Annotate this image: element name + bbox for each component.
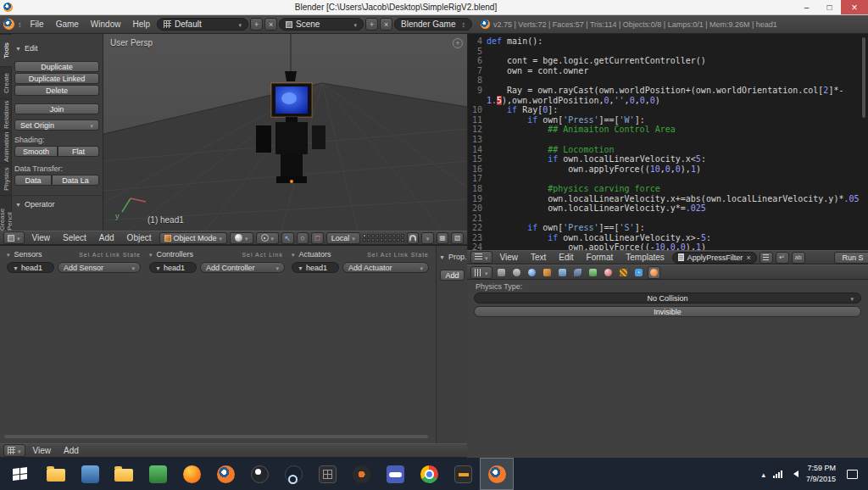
manipulator-rotate-button[interactable]: ○ [297, 232, 309, 244]
taskbar-app-window[interactable] [73, 458, 107, 490]
viewport-menu-select[interactable]: Select [58, 233, 92, 242]
text-menu-view[interactable]: View [495, 253, 524, 262]
viewport-shading-dropdown[interactable] [230, 232, 253, 244]
shade-smooth-button[interactable]: Smooth [14, 146, 58, 157]
tab-texture-icon[interactable] [617, 266, 630, 279]
add-scene-button[interactable] [365, 18, 378, 31]
taskbar-app-dark[interactable] [344, 458, 378, 490]
logic-menu-view[interactable]: View [28, 446, 57, 455]
window-titlebar[interactable]: Blender [C:\Users\Jacob\Desktop\SimpleRi… [0, 0, 868, 15]
tab-modifiers-icon[interactable] [571, 266, 584, 279]
close-button[interactable] [841, 0, 868, 14]
operator-panel-header[interactable]: Operator [15, 200, 54, 209]
network-icon[interactable] [773, 471, 782, 478]
layers-widget[interactable] [363, 234, 404, 242]
delete-button[interactable]: Delete [14, 85, 99, 96]
toggle-line-numbers-button[interactable] [760, 252, 773, 264]
viewport-menu-object[interactable]: Object [122, 233, 157, 242]
opengl-render-button[interactable]: ▦ [437, 232, 449, 244]
toggle-syntax-highlight-button[interactable]: ab [792, 252, 805, 264]
text-scrollbar-vertical[interactable] [862, 37, 865, 118]
tab-data-icon[interactable] [587, 266, 599, 279]
screen-layout-selector[interactable]: Default [157, 18, 248, 31]
tab-world-icon[interactable] [526, 266, 538, 279]
sensors-object-name[interactable]: head1 [7, 262, 54, 273]
scene-selector[interactable]: Scene [279, 18, 364, 31]
unlink-datablock-icon[interactable] [746, 253, 750, 262]
edit-panel-header[interactable]: Edit [15, 44, 37, 53]
taskbar-file-explorer[interactable] [39, 458, 73, 490]
text-menu-edit[interactable]: Edit [554, 253, 578, 262]
editor-type-selector-text[interactable] [470, 251, 492, 264]
clock[interactable]: 7:59 PM 7/9/2015 [806, 463, 836, 484]
shelf-tab-grease-pencil[interactable]: Grease Pencil [0, 195, 12, 231]
mode-dropdown[interactable]: Object Mode [159, 232, 228, 244]
minimize-button[interactable] [795, 0, 818, 14]
taskbar-app-green[interactable] [141, 458, 175, 490]
taskbar-obs[interactable] [242, 458, 276, 490]
run-script-button[interactable]: Run S [834, 252, 868, 264]
start-button[interactable] [0, 458, 39, 490]
menu-help[interactable]: Help [127, 19, 155, 29]
add-actuator-dropdown[interactable]: Add Actuator [342, 262, 429, 273]
shelf-tab-tools[interactable]: Tools [0, 34, 12, 66]
pivot-center-dropdown[interactable] [256, 232, 280, 244]
menu-file[interactable]: File [25, 19, 49, 29]
duplicate-linked-button[interactable]: Duplicate Linked [14, 73, 99, 84]
taskbar-blender[interactable] [209, 458, 242, 490]
delete-layout-button[interactable] [264, 18, 277, 31]
tab-material-icon[interactable] [602, 266, 615, 279]
viewport-3d[interactable]: User Persp y (1) head1 [103, 34, 467, 231]
opengl-render-anim-button[interactable]: ▧ [451, 232, 464, 244]
header-collapse-icon[interactable] [18, 19, 22, 29]
join-button[interactable]: Join [14, 103, 99, 114]
viewport-menu-add[interactable]: Add [94, 233, 120, 242]
actuators-object-name[interactable]: head1 [292, 262, 339, 273]
toggle-word-wrap-button[interactable]: ↵ [776, 252, 789, 264]
menu-game[interactable]: Game [51, 19, 84, 29]
volume-icon[interactable] [790, 471, 798, 477]
viewport-menu-view[interactable]: View [27, 233, 56, 242]
taskbar-chrome[interactable] [412, 458, 446, 490]
tab-scene-icon[interactable] [510, 266, 523, 279]
duplicate-button[interactable]: Duplicate [14, 61, 99, 72]
engine-selector[interactable]: Blender Game [394, 18, 472, 31]
data-transfer-data-button[interactable]: Data [14, 175, 52, 186]
invisible-toggle-button[interactable]: Invisible [474, 306, 861, 317]
manipulator-translate-button[interactable]: ↖ [281, 232, 294, 244]
logic-editor[interactable]: Sensors Sel Act Link State head1 Add Sen… [0, 245, 467, 443]
add-game-property-button[interactable]: Add [440, 270, 465, 281]
shelf-tab-relations[interactable]: Relations [0, 98, 12, 131]
properties-region-expand-icon[interactable] [453, 38, 463, 48]
shelf-tab-physics[interactable]: Physics [0, 163, 12, 195]
editor-type-selector-3dview[interactable] [3, 231, 25, 244]
snap-mode-dropdown[interactable] [421, 232, 434, 244]
shade-flat-button[interactable]: Flat [58, 146, 99, 157]
data-transfer-layout-button[interactable]: Data La [52, 175, 99, 186]
tab-particles-icon[interactable] [632, 266, 645, 279]
taskbar-folder[interactable] [107, 458, 141, 490]
text-menu-templates[interactable]: Templates [620, 253, 670, 262]
action-center-icon[interactable] [847, 470, 858, 479]
editor-type-selector-logic[interactable] [3, 444, 25, 457]
tab-physics-icon[interactable] [648, 266, 660, 279]
logic-menu-add[interactable]: Add [58, 446, 84, 455]
menu-window[interactable]: Window [86, 19, 126, 29]
add-sensor-dropdown[interactable]: Add Sensor [58, 262, 141, 273]
taskbar-steam[interactable] [276, 458, 310, 490]
set-origin-dropdown[interactable]: Set Origin [14, 120, 99, 131]
blender-logo-icon[interactable] [3, 19, 14, 30]
maximize-button[interactable] [818, 0, 841, 14]
editor-type-selector-properties[interactable] [470, 266, 492, 279]
tab-render-icon[interactable] [495, 266, 508, 279]
actuators-toggles[interactable]: Sel Act Link State [367, 252, 429, 258]
shelf-tab-create[interactable]: Create [0, 66, 12, 98]
add-controller-dropdown[interactable]: Add Controller [200, 262, 285, 273]
tab-object-icon[interactable] [541, 266, 554, 279]
taskbar-calculator[interactable] [310, 458, 344, 490]
taskbar-audio-app[interactable] [446, 458, 480, 490]
tab-constraints-icon[interactable] [556, 266, 569, 279]
physics-type-dropdown[interactable]: No Collision [474, 292, 861, 303]
tray-expand-icon[interactable] [761, 469, 765, 479]
text-datablock-selector[interactable]: ApplyPressFilter [672, 252, 757, 264]
